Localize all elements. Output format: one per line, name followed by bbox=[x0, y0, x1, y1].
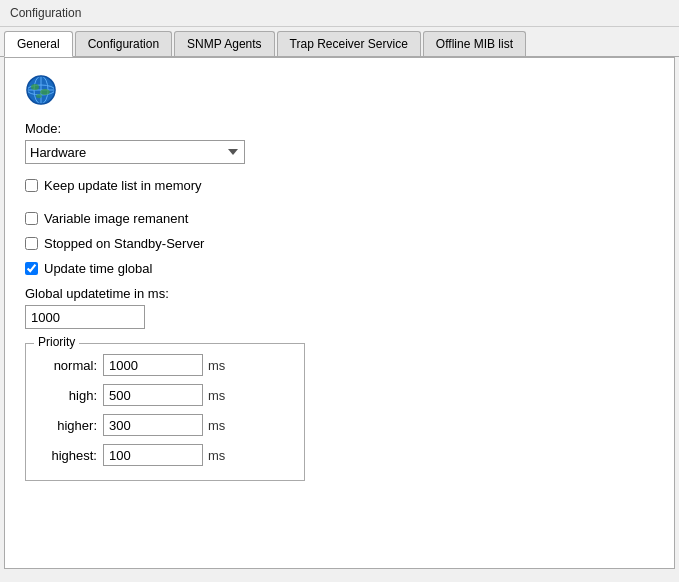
title-bar-label: Configuration bbox=[10, 6, 81, 20]
keep-update-list-row: Keep update list in memory bbox=[25, 178, 654, 193]
priority-input-high[interactable] bbox=[103, 384, 203, 406]
tab-bar: General Configuration SNMP Agents Trap R… bbox=[0, 27, 679, 57]
priority-row-highest: highest: ms bbox=[42, 444, 288, 466]
priority-label-normal: normal: bbox=[42, 358, 97, 373]
stopped-standby-label: Stopped on Standby-Server bbox=[44, 236, 204, 251]
priority-input-normal[interactable] bbox=[103, 354, 203, 376]
variable-image-label: Variable image remanent bbox=[44, 211, 188, 226]
tab-trap-receiver[interactable]: Trap Receiver Service bbox=[277, 31, 421, 56]
tab-snmp-agents[interactable]: SNMP Agents bbox=[174, 31, 274, 56]
priority-input-highest[interactable] bbox=[103, 444, 203, 466]
update-time-global-label: Update time global bbox=[44, 261, 152, 276]
global-updatetime-label: Global updatetime in ms: bbox=[25, 286, 654, 301]
priority-label-higher: higher: bbox=[42, 418, 97, 433]
stopped-standby-row: Stopped on Standby-Server bbox=[25, 236, 654, 251]
priority-input-higher[interactable] bbox=[103, 414, 203, 436]
global-updatetime-input[interactable] bbox=[25, 305, 145, 329]
title-bar: Configuration bbox=[0, 0, 679, 27]
svg-point-6 bbox=[31, 84, 39, 90]
priority-unit-higher: ms bbox=[208, 418, 225, 433]
mode-label: Mode: bbox=[25, 121, 654, 136]
priority-row-high: high: ms bbox=[42, 384, 288, 406]
priority-unit-highest: ms bbox=[208, 448, 225, 463]
variable-image-checkbox[interactable] bbox=[25, 212, 38, 225]
update-time-global-row: Update time global bbox=[25, 261, 654, 276]
priority-legend: Priority bbox=[34, 335, 79, 349]
priority-row-normal: normal: ms bbox=[42, 354, 288, 376]
mode-field-group: Mode: Hardware Software Virtual bbox=[25, 121, 654, 164]
priority-group: Priority normal: ms high: ms higher: ms … bbox=[25, 343, 305, 481]
priority-unit-normal: ms bbox=[208, 358, 225, 373]
svg-point-7 bbox=[40, 89, 50, 95]
update-time-global-checkbox[interactable] bbox=[25, 262, 38, 275]
priority-label-highest: highest: bbox=[42, 448, 97, 463]
variable-image-row: Variable image remanent bbox=[25, 211, 654, 226]
keep-update-list-label: Keep update list in memory bbox=[44, 178, 202, 193]
tab-general[interactable]: General bbox=[4, 31, 73, 57]
tab-configuration[interactable]: Configuration bbox=[75, 31, 172, 56]
global-updatetime-group: Global updatetime in ms: bbox=[25, 286, 654, 329]
content-area: Mode: Hardware Software Virtual Keep upd… bbox=[4, 57, 675, 569]
priority-unit-high: ms bbox=[208, 388, 225, 403]
priority-label-high: high: bbox=[42, 388, 97, 403]
svg-point-8 bbox=[36, 94, 42, 98]
stopped-standby-checkbox[interactable] bbox=[25, 237, 38, 250]
mode-select[interactable]: Hardware Software Virtual bbox=[25, 140, 245, 164]
keep-update-list-checkbox[interactable] bbox=[25, 179, 38, 192]
tab-offline-mib[interactable]: Offline MIB list bbox=[423, 31, 526, 56]
priority-row-higher: higher: ms bbox=[42, 414, 288, 436]
globe-icon bbox=[25, 74, 654, 109]
